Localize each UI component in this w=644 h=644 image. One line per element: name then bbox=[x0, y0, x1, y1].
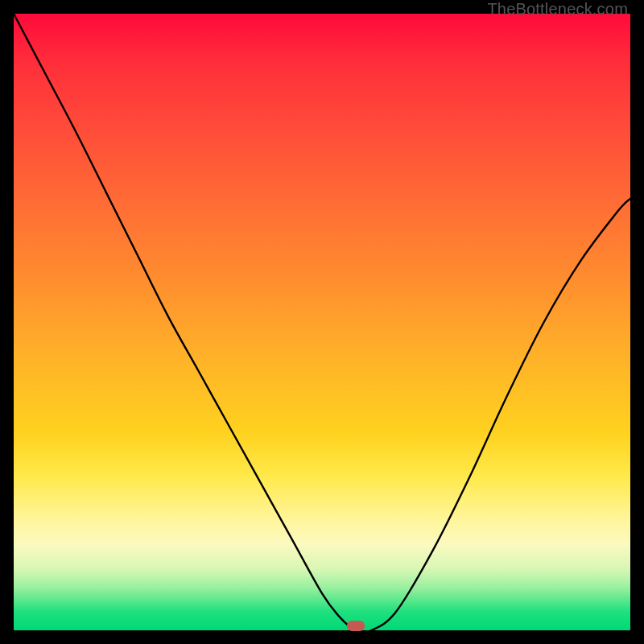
watermark-text: TheBottleneck.com bbox=[487, 0, 628, 19]
bottleneck-curve bbox=[14, 14, 630, 630]
plot-area bbox=[14, 14, 630, 630]
chart-frame: TheBottleneck.com bbox=[0, 0, 644, 644]
bottleneck-marker bbox=[347, 621, 365, 631]
